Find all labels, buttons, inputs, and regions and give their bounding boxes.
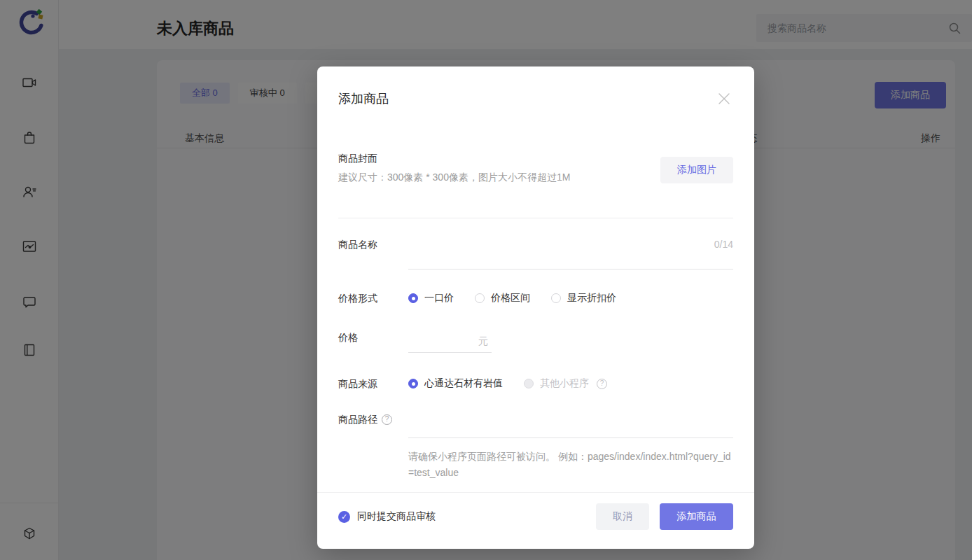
radio-disabled-icon — [524, 379, 534, 388]
close-icon — [716, 91, 732, 106]
help-icon[interactable]: ? — [382, 414, 392, 425]
price-type-options: 一口价 价格区间 显示折扣价 — [408, 292, 616, 304]
name-input-wrap: 0/14 — [408, 237, 733, 270]
path-input-line — [408, 412, 733, 438]
cover-texts: 商品封面 建议尺寸：300像素 * 300像素，图片大小不得超过1M — [338, 151, 570, 184]
checkbox-label: 同时提交商品审核 — [357, 510, 436, 523]
add-product-modal: 添加商品 商品封面 建议尺寸：300像素 * 300像素，图片大小不得超过1M … — [317, 66, 754, 549]
cancel-button[interactable]: 取消 — [596, 503, 649, 530]
radio-label: 价格区间 — [491, 292, 530, 304]
path-label: 商品路径 — [338, 412, 377, 426]
name-label: 商品名称 — [338, 237, 408, 251]
path-hint: 请确保小程序页面路径可被访问。 例如：pages/index/index.htm… — [408, 449, 733, 481]
radio-source-other: 其他小程序 ? — [524, 377, 607, 390]
radio-source-miniapp[interactable]: 心通达石材有岩值 — [408, 377, 503, 390]
price-unit: 元 — [478, 335, 492, 348]
name-row: 商品名称 0/14 — [338, 237, 733, 270]
price-input[interactable] — [408, 336, 478, 347]
product-path-input[interactable] — [408, 412, 733, 438]
price-row: 价格 元 — [338, 330, 733, 353]
radio-icon — [475, 293, 485, 303]
modal-title: 添加商品 — [338, 90, 389, 108]
modal-header: 添加商品 — [317, 66, 754, 108]
cover-label: 商品封面 — [338, 151, 570, 165]
section-divider — [338, 218, 733, 218]
radio-label: 显示折扣价 — [567, 292, 616, 304]
price-type-row: 价格形式 一口价 价格区间 显示折扣价 — [338, 291, 733, 305]
source-label: 商品来源 — [338, 377, 408, 391]
path-label-wrap: 商品路径 ? — [338, 412, 408, 426]
price-input-wrap: 元 — [408, 330, 492, 353]
path-input-wrap: 请确保小程序页面路径可被访问。 例如：pages/index/index.htm… — [408, 412, 733, 481]
close-button[interactable] — [715, 90, 733, 108]
radio-discount-price[interactable]: 显示折扣价 — [551, 292, 616, 304]
radio-fixed-price[interactable]: 一口价 — [408, 292, 454, 304]
radio-label: 其他小程序 — [540, 377, 589, 390]
modal-body: 商品封面 建议尺寸：300像素 * 300像素，图片大小不得超过1M 添加图片 … — [317, 151, 754, 481]
submit-review-checkbox[interactable]: ✓ 同时提交商品审核 — [338, 510, 436, 523]
help-icon[interactable]: ? — [597, 379, 607, 389]
cover-section: 商品封面 建议尺寸：300像素 * 300像素，图片大小不得超过1M 添加图片 — [338, 151, 733, 184]
source-row: 商品来源 心通达石材有岩值 其他小程序 ? — [338, 377, 733, 391]
path-row: 商品路径 ? 请确保小程序页面路径可被访问。 例如：pages/index/in… — [338, 412, 733, 481]
add-image-button[interactable]: 添加图片 — [660, 157, 733, 183]
radio-selected-icon — [408, 293, 418, 303]
source-options: 心通达石材有岩值 其他小程序 ? — [408, 377, 607, 390]
product-name-input[interactable] — [408, 255, 636, 266]
radio-price-range[interactable]: 价格区间 — [475, 292, 530, 304]
modal-footer: ✓ 同时提交商品审核 取消 添加商品 — [317, 492, 754, 549]
radio-selected-icon — [408, 379, 418, 388]
radio-icon — [551, 293, 561, 303]
confirm-add-product-button[interactable]: 添加商品 — [660, 503, 733, 530]
cover-hint: 建议尺寸：300像素 * 300像素，图片大小不得超过1M — [338, 170, 570, 184]
char-counter: 0/14 — [714, 237, 733, 251]
price-label: 价格 — [338, 330, 408, 344]
checkbox-checked-icon: ✓ — [338, 511, 350, 523]
radio-label: 一口价 — [424, 292, 454, 304]
radio-label: 心通达石材有岩值 — [424, 377, 503, 390]
price-type-label: 价格形式 — [338, 291, 408, 305]
